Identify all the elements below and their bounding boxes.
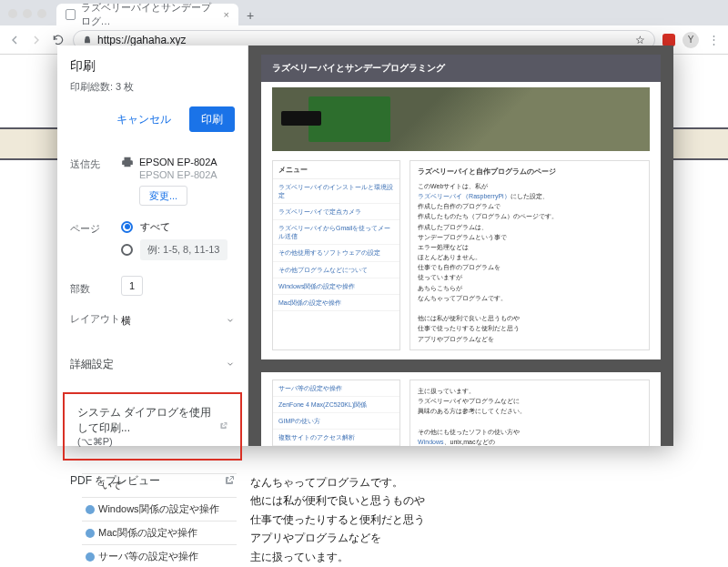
sidebar-item[interactable]: Mac関係の設定や操作 [82, 521, 237, 545]
traffic-light-min[interactable] [23, 9, 32, 18]
print-dialog: 印刷 印刷総数: 3 枚 キャンセル 印刷 送信先 EPSON EP-802A … [57, 46, 673, 446]
preview-main: 主に扱っています。 ラズベリーパイやプログラムなどに 興味のある方は参考にしてく… [410, 380, 650, 446]
radio-icon [121, 244, 133, 256]
close-tab-icon[interactable]: × [224, 9, 229, 20]
external-link-icon [219, 420, 228, 431]
destination-row: 送信先 EPSON EP-802A EPSON EP-802A 変更... [70, 148, 235, 213]
cancel-button[interactable]: キャンセル [106, 106, 182, 132]
change-destination-button[interactable]: 変更... [139, 186, 187, 206]
highlighted-area: システム ダイアログを使用して印刷... (⌥⌘P) [63, 392, 242, 461]
sheet-count: 印刷総数: 3 枚 [70, 80, 235, 94]
back-button[interactable] [7, 33, 22, 47]
pages-custom-option[interactable]: 例: 1-5, 8, 11-13 [121, 239, 235, 260]
new-tab-button[interactable]: + [242, 7, 258, 24]
print-preview[interactable]: ラズベリーパイとサンデープログラミング メニュー ラズベリーパイのインストールと… [248, 46, 673, 446]
sidebar-item[interactable]: サーバ等の設定や操作 [82, 545, 237, 567]
forward-button[interactable] [29, 33, 44, 47]
star-icon[interactable]: ☆ [635, 34, 645, 46]
pages-all-option[interactable]: すべて [121, 220, 235, 234]
printer-icon [121, 156, 134, 168]
preview-hero-image [272, 87, 650, 151]
preview-main: ラズベリーパイと自作プログラムのページ このWebサイトは、私が ラズベリーパイ… [410, 160, 650, 350]
bullet-icon [86, 505, 95, 514]
bullet-icon [86, 552, 95, 562]
tab-title: ラズベリーパイとサンデープログ… [81, 1, 218, 28]
dialog-title: 印刷 [70, 58, 235, 75]
copies-input[interactable]: 1 [121, 276, 143, 296]
pdf-preview-link[interactable]: PDF をプレビュー [57, 462, 248, 500]
chevron-down-icon [226, 359, 235, 369]
browser-tab-strip: ラズベリーパイとサンデープログ… × + [0, 0, 728, 25]
system-dialog-link[interactable]: システム ダイアログを使用して印刷... (⌥⌘P) [65, 394, 240, 459]
page-main-text: なんちゃってプログラムです。 他には私が便利で良いと思うものや 仕事で使ったりす… [250, 473, 541, 567]
preview-site-title: ラズベリーパイとサンデープログラミング [261, 55, 661, 82]
more-settings-toggle[interactable]: 詳細設定 [57, 346, 248, 383]
menu-icon[interactable]: ⋮ [706, 33, 721, 47]
printer-subname: EPSON EP-802A [139, 168, 217, 181]
layout-select[interactable]: 横 [121, 310, 235, 331]
radio-icon [121, 221, 133, 233]
layout-row: レイアウト 横 [70, 303, 235, 339]
printer-name: EPSON EP-802A [139, 156, 217, 168]
url-text: https://gahaha.xyz [97, 34, 186, 46]
preview-page: ラズベリーパイとサンデープログラミング メニュー ラズベリーパイのインストールと… [261, 55, 661, 359]
pages-example: 例: 1-5, 8, 11-13 [140, 239, 228, 260]
sidebar-item[interactable]: Windows関係の設定や操作 [82, 498, 237, 521]
profile-avatar[interactable]: Y [682, 32, 699, 48]
lock-icon [83, 35, 92, 45]
print-settings-panel: 印刷 印刷総数: 3 枚 キャンセル 印刷 送信先 EPSON EP-802A … [57, 46, 248, 446]
traffic-light-max[interactable] [37, 9, 46, 18]
chevron-down-icon [226, 316, 235, 325]
extension-icon[interactable] [662, 34, 675, 46]
print-button[interactable]: 印刷 [189, 106, 235, 132]
copies-row: 部数 1 [70, 273, 235, 303]
external-link-icon [224, 475, 235, 486]
page-icon [66, 9, 76, 20]
preview-page: サーバ等の設定や操作 ZenFone 4 Max(ZC520KL)関係 GIMP… [261, 372, 661, 446]
browser-tab[interactable]: ラズベリーパイとサンデープログ… × [56, 4, 238, 25]
bullet-icon [86, 529, 95, 538]
preview-menu: サーバ等の設定や操作 ZenFone 4 Max(ZC520KL)関係 GIMP… [272, 380, 400, 446]
pages-row: ページ すべて 例: 1-5, 8, 11-13 [70, 213, 235, 273]
preview-menu: メニュー ラズベリーパイのインストールと環境設定 ラズベリーパイで定点カメラ ラ… [272, 160, 400, 350]
traffic-light-close[interactable] [8, 9, 17, 18]
